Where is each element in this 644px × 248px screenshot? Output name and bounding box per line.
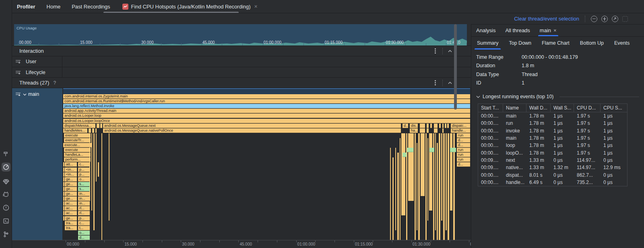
event-row[interactable]: 00:00....dispat...8.01 s0 µs862.7...0 µs xyxy=(478,171,627,178)
flame-vbar[interactable] xyxy=(450,133,452,211)
subtab-flame-chart[interactable]: Flame Chart xyxy=(542,37,570,50)
flame-vbar[interactable] xyxy=(417,143,417,230)
flame-vbar[interactable] xyxy=(448,133,449,240)
flame-segment[interactable] xyxy=(63,201,64,206)
flame-segment[interactable]: p... xyxy=(78,172,90,177)
event-row[interactable]: 00:00....main1.78 m1 µs1.97 s1 µs xyxy=(478,134,627,142)
flame-segment[interactable] xyxy=(63,172,64,177)
flame-segment[interactable] xyxy=(63,192,64,196)
flame-vbar[interactable] xyxy=(439,133,440,240)
flame-segment[interactable]: com.android.internal.os.RuntimeInit$Meth… xyxy=(63,99,470,103)
flame-segment[interactable]: android.os.MessageQueue.nativePollOnce xyxy=(103,128,401,133)
flame-segment[interactable] xyxy=(97,124,99,128)
flame-segment[interactable]: android.app.ActivityThread.main xyxy=(63,109,470,113)
flame-vbar[interactable] xyxy=(91,133,92,211)
flame-segment[interactable]: run xyxy=(457,148,470,152)
tab-all-threads[interactable]: All threads xyxy=(505,25,530,36)
flame-vbar[interactable] xyxy=(397,153,399,240)
flame-segment[interactable]: ge... xyxy=(65,196,77,201)
event-row[interactable]: 00:00....invoke1.78 m1 µs1.97 s1 µs xyxy=(478,127,627,134)
flame-vbar[interactable] xyxy=(101,133,102,240)
event-row[interactable]: 00:00....handle...6.49 s0 µs735.2...0 µs xyxy=(478,179,627,186)
flame-segment[interactable]: handleMes... xyxy=(63,128,87,133)
flame-segment[interactable] xyxy=(63,211,64,215)
longest-events-header[interactable]: Longest running events (top 10) xyxy=(476,94,639,99)
flame-segment[interactable]: c... xyxy=(78,162,90,167)
event-row[interactable]: 00:09....native...1.33 m1.32 m114.97...1… xyxy=(478,164,627,171)
flame-segment[interactable]: java.lang.reflect.Method.invoke xyxy=(63,104,470,108)
flame-segment[interactable]: android.os.Looper.loop xyxy=(63,114,470,118)
flame-segment[interactable] xyxy=(445,124,446,128)
chevron-down-icon[interactable] xyxy=(476,95,480,98)
flame-segment[interactable]: in... xyxy=(78,201,90,206)
threads-section-header[interactable]: Threads (27) ? xyxy=(12,77,471,88)
flame-segment[interactable]: rl... xyxy=(78,206,90,211)
logcat-cat-icon[interactable] xyxy=(2,190,10,199)
flame-vbar[interactable] xyxy=(441,133,442,221)
flame-segment[interactable] xyxy=(63,187,64,191)
event-row[interactable]: 00:00....run1.78 m1 µs1.97 s1 µs xyxy=(478,120,627,127)
flame-vbar[interactable] xyxy=(437,143,438,240)
flame-vbar[interactable] xyxy=(415,133,416,240)
flame-vbar[interactable] xyxy=(427,138,428,221)
flame-segment[interactable]: d... xyxy=(457,143,470,147)
flame-chart-area[interactable]: com.android.internal.os.ZygoteInit.mainc… xyxy=(63,88,470,240)
flame-segment[interactable]: android.os.MessageQueue.next xyxy=(103,124,401,128)
flame-segment[interactable] xyxy=(63,196,64,201)
column-header[interactable]: Wall D... xyxy=(526,104,551,112)
flame-vbar[interactable] xyxy=(408,133,414,201)
flame-segment[interactable] xyxy=(442,128,444,133)
flame-segment[interactable] xyxy=(63,162,64,167)
flame-segment[interactable]: ac... xyxy=(65,206,77,211)
flame-segment[interactable]: execute xyxy=(64,133,91,138)
flame-segment[interactable]: ac... xyxy=(65,201,77,206)
event-row[interactable]: 00:00....main1.78 m1 µs1.97 s1 µs xyxy=(478,112,627,120)
flame-segment[interactable] xyxy=(429,148,434,152)
flame-segment[interactable]: o... xyxy=(78,177,90,182)
thread-label-panel[interactable]: main xyxy=(12,88,62,240)
column-header[interactable]: Start T... xyxy=(478,104,503,112)
flame-segment[interactable] xyxy=(447,124,449,128)
expand-chevron-icon[interactable] xyxy=(23,93,27,96)
interaction-row-user[interactable]: User xyxy=(12,56,471,67)
flame-segment[interactable]: run xyxy=(457,153,470,157)
flame-segment[interactable] xyxy=(427,124,429,128)
flame-vbar[interactable] xyxy=(418,133,420,240)
flame-segment[interactable] xyxy=(420,124,425,128)
flame-segment[interactable] xyxy=(434,124,438,128)
zoom-out-icon[interactable] xyxy=(591,16,597,22)
flame-segment[interactable]: p... xyxy=(78,216,90,221)
flame-vbar[interactable] xyxy=(98,162,99,176)
flame-segment[interactable]: ge... xyxy=(65,177,77,182)
flame-vbar[interactable] xyxy=(429,133,432,211)
subtab-events[interactable]: Events xyxy=(614,37,630,50)
flame-segment[interactable]: run xyxy=(457,157,470,162)
flame-segment[interactable]: ge... xyxy=(65,216,77,221)
flame-vbar[interactable] xyxy=(392,157,394,240)
flame-vbar[interactable] xyxy=(109,133,109,221)
flame-segment[interactable]: d... xyxy=(78,236,90,240)
flame-segment[interactable]: in... xyxy=(78,196,90,201)
zoom-to-selection-icon[interactable] xyxy=(622,16,628,22)
flame-segment[interactable]: android.os.Looper.loopOnce xyxy=(63,119,470,123)
flame-segment[interactable] xyxy=(402,153,407,157)
profiler-gauge-icon[interactable] xyxy=(2,163,10,172)
flame-segment[interactable] xyxy=(430,124,432,128)
tab-main[interactable]: main × xyxy=(540,25,557,36)
flame-segment[interactable]: ge... xyxy=(65,182,77,186)
flame-segment[interactable]: tra... xyxy=(65,226,77,230)
flame-segment[interactable]: ge... xyxy=(65,192,77,196)
flame-vbar[interactable] xyxy=(435,133,436,230)
flame-segment[interactable]: rl... xyxy=(78,211,90,215)
flame-segment[interactable]: d... xyxy=(402,124,408,128)
event-row[interactable]: 00:00....loopO...1.78 m1 µs1.97 s1 µs xyxy=(478,149,627,156)
flame-segment[interactable] xyxy=(427,128,429,133)
flame-segment[interactable] xyxy=(439,124,441,128)
flame-segment[interactable]: in... xyxy=(78,192,90,196)
flame-vbar[interactable] xyxy=(443,133,445,240)
kebab-menu-icon[interactable] xyxy=(435,50,436,52)
flame-vbar[interactable] xyxy=(401,133,405,216)
flame-segment[interactable]: dis... xyxy=(410,124,418,128)
flame-segment[interactable]: <in... xyxy=(65,167,77,172)
flame-segment[interactable]: execute xyxy=(64,148,91,152)
